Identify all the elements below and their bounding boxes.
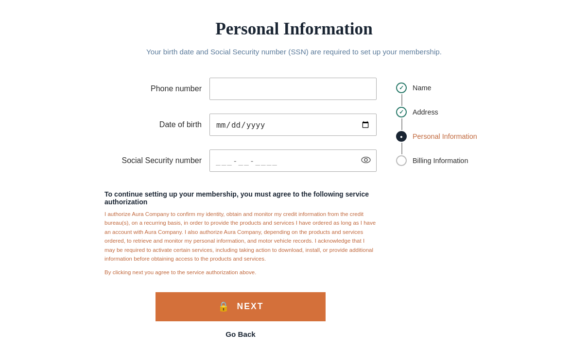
phone-input[interactable] xyxy=(209,78,377,100)
authorization-section: To continue setting up your membership, … xyxy=(104,185,377,275)
svg-point-0 xyxy=(362,157,370,163)
active-dot: ● xyxy=(400,134,403,139)
stepper-circle-address: ✓ xyxy=(396,107,407,117)
ssn-label: Social Security number xyxy=(104,156,202,165)
lock-icon: 🔒 xyxy=(218,301,230,312)
stepper-label-personal: Personal Information xyxy=(413,132,477,140)
stepper-circle-billing xyxy=(396,155,407,166)
stepper-item-name: ✓ Name xyxy=(396,83,484,93)
phone-label: Phone number xyxy=(104,84,202,93)
stepper-circle-personal: ● xyxy=(396,131,407,142)
go-back-link[interactable]: Go Back xyxy=(225,330,256,338)
dob-row: Date of birth xyxy=(104,114,377,136)
next-button[interactable]: 🔒 NEXT xyxy=(156,292,326,321)
ssn-wrapper xyxy=(209,149,377,172)
check-icon-name: ✓ xyxy=(399,84,404,92)
page-subtitle: Your birth date and Social Security numb… xyxy=(85,48,503,56)
dob-label: Date of birth xyxy=(104,120,202,129)
page-title: Personal Information xyxy=(85,19,503,39)
check-icon-address: ✓ xyxy=(399,109,404,116)
stepper-label-name: Name xyxy=(413,84,431,92)
stepper-circle-name: ✓ xyxy=(396,83,407,93)
stepper-item-billing: Billing Information xyxy=(396,155,484,166)
auth-agree-text: By clicking next you agree to the servic… xyxy=(104,269,377,275)
auth-bold-text: To continue setting up your membership, … xyxy=(104,190,377,206)
svg-point-1 xyxy=(364,159,367,162)
dob-input[interactable] xyxy=(209,114,377,136)
phone-row: Phone number xyxy=(104,78,377,100)
ssn-input[interactable] xyxy=(209,149,377,172)
ssn-row: Social Security number xyxy=(104,149,377,172)
stepper-item-address: ✓ Address xyxy=(396,107,484,117)
stepper-label-address: Address xyxy=(413,108,438,116)
toggle-visibility-icon[interactable] xyxy=(361,156,371,166)
stepper-item-personal: ● Personal Information xyxy=(396,131,484,142)
auth-body-text: I authorize Aura Company to confirm my i… xyxy=(104,210,377,264)
stepper-label-billing: Billing Information xyxy=(413,157,468,165)
stepper-section: ✓ Name ✓ Address ● Personal Information … xyxy=(396,78,484,180)
next-label: NEXT xyxy=(237,301,264,312)
